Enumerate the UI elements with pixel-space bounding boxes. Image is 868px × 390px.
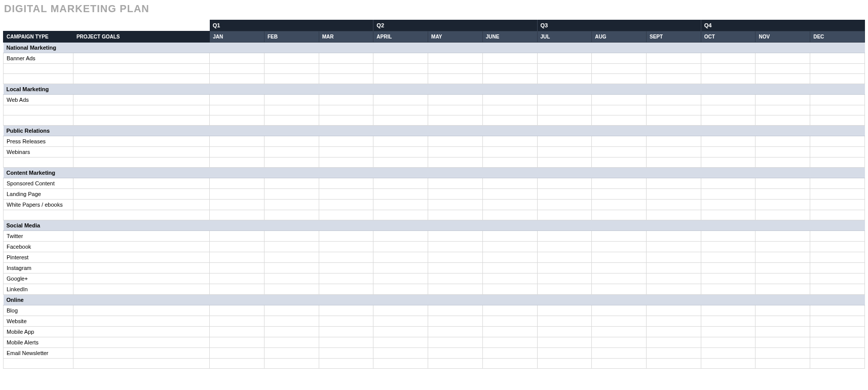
month-cell[interactable] [482,262,537,273]
month-cell[interactable] [210,305,265,316]
month-cell[interactable] [537,136,592,146]
month-cell[interactable] [319,230,373,241]
month-cell[interactable] [428,53,483,63]
month-cell[interactable] [701,136,756,146]
month-cell[interactable] [210,262,265,273]
month-cell[interactable] [701,63,756,73]
month-cell[interactable] [264,136,319,146]
project-goals-cell[interactable] [73,188,209,199]
month-cell[interactable] [756,199,810,210]
month-cell[interactable] [810,262,865,273]
month-cell[interactable] [373,326,428,337]
month-cell[interactable] [319,63,373,73]
month-cell[interactable] [264,63,319,73]
month-cell[interactable] [756,337,810,347]
month-cell[interactable] [482,157,537,167]
month-cell[interactable] [319,53,373,63]
month-cell[interactable] [646,252,701,262]
month-cell[interactable] [756,115,810,125]
month-cell[interactable] [428,94,483,105]
month-cell[interactable] [319,337,373,347]
month-cell[interactable] [428,241,483,252]
month-cell[interactable] [537,115,592,125]
month-cell[interactable] [756,284,810,294]
month-cell[interactable] [319,210,373,220]
project-goals-cell[interactable] [73,337,209,347]
month-cell[interactable] [210,347,265,358]
month-cell[interactable] [264,210,319,220]
month-cell[interactable] [264,252,319,262]
month-cell[interactable] [701,73,756,84]
campaign-type-cell[interactable]: Mobile App [4,326,73,337]
month-cell[interactable] [264,347,319,358]
campaign-type-cell[interactable] [4,157,73,167]
project-goals-cell[interactable] [73,53,209,63]
month-cell[interactable] [810,337,865,347]
month-cell[interactable] [701,337,756,347]
month-cell[interactable] [428,178,483,188]
month-cell[interactable] [810,210,865,220]
month-cell[interactable] [319,252,373,262]
month-cell[interactable] [482,73,537,84]
month-cell[interactable] [701,53,756,63]
month-cell[interactable] [592,305,647,316]
month-cell[interactable] [756,241,810,252]
month-cell[interactable] [537,326,592,337]
month-cell[interactable] [210,326,265,337]
month-cell[interactable] [646,337,701,347]
project-goals-cell[interactable] [73,316,209,326]
month-cell[interactable] [428,230,483,241]
month-cell[interactable] [482,136,537,146]
month-cell[interactable] [482,273,537,284]
month-cell[interactable] [210,273,265,284]
month-cell[interactable] [537,305,592,316]
month-cell[interactable] [701,347,756,358]
month-cell[interactable] [264,178,319,188]
month-cell[interactable] [428,347,483,358]
month-cell[interactable] [264,105,319,115]
month-cell[interactable] [373,230,428,241]
month-cell[interactable] [373,94,428,105]
month-cell[interactable] [210,105,265,115]
month-cell[interactable] [646,136,701,146]
month-cell[interactable] [482,63,537,73]
campaign-type-cell[interactable]: Facebook [4,241,73,252]
month-cell[interactable] [373,136,428,146]
month-cell[interactable] [373,262,428,273]
month-cell[interactable] [319,136,373,146]
month-cell[interactable] [592,73,647,84]
month-cell[interactable] [592,273,647,284]
month-cell[interactable] [537,252,592,262]
project-goals-cell[interactable] [73,347,209,358]
campaign-type-cell[interactable]: LinkedIn [4,284,73,294]
project-goals-cell[interactable] [73,94,209,105]
month-cell[interactable] [701,178,756,188]
month-cell[interactable] [428,157,483,167]
month-cell[interactable] [646,73,701,84]
month-cell[interactable] [319,305,373,316]
month-cell[interactable] [210,146,265,157]
month-cell[interactable] [319,115,373,125]
month-cell[interactable] [646,358,701,368]
month-cell[interactable] [646,63,701,73]
campaign-type-cell[interactable]: White Papers / ebooks [4,199,73,210]
month-cell[interactable] [373,115,428,125]
project-goals-cell[interactable] [73,136,209,146]
project-goals-cell[interactable] [73,157,209,167]
month-cell[interactable] [210,73,265,84]
month-cell[interactable] [428,105,483,115]
project-goals-cell[interactable] [73,105,209,115]
month-cell[interactable] [646,305,701,316]
month-cell[interactable] [428,146,483,157]
month-cell[interactable] [537,230,592,241]
campaign-type-cell[interactable] [4,115,73,125]
project-goals-cell[interactable] [73,305,209,316]
campaign-type-cell[interactable]: Press Releases [4,136,73,146]
month-cell[interactable] [482,337,537,347]
month-cell[interactable] [756,347,810,358]
month-cell[interactable] [482,146,537,157]
month-cell[interactable] [537,241,592,252]
month-cell[interactable] [319,157,373,167]
month-cell[interactable] [428,326,483,337]
month-cell[interactable] [810,230,865,241]
